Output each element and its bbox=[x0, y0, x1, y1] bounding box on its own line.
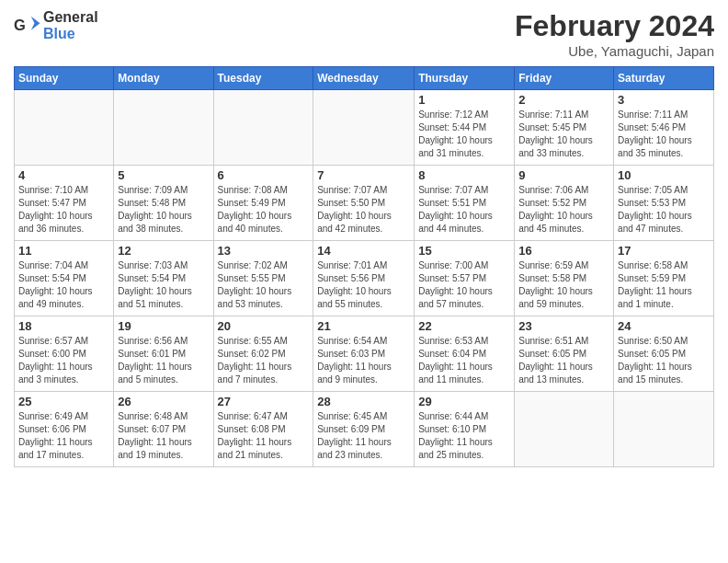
day-info: Sunrise: 7:11 AM Sunset: 5:46 PM Dayligh… bbox=[618, 109, 710, 160]
day-number: 15 bbox=[418, 244, 510, 258]
calendar-cell: 23Sunrise: 6:51 AM Sunset: 6:05 PM Dayli… bbox=[515, 316, 614, 392]
day-info: Sunrise: 7:12 AM Sunset: 5:44 PM Dayligh… bbox=[418, 109, 510, 160]
calendar-week-3: 18Sunrise: 6:57 AM Sunset: 6:00 PM Dayli… bbox=[15, 316, 714, 392]
day-info: Sunrise: 6:48 AM Sunset: 6:07 PM Dayligh… bbox=[118, 410, 209, 462]
logo: G General Blue bbox=[14, 9, 98, 41]
day-info: Sunrise: 7:04 AM Sunset: 5:54 PM Dayligh… bbox=[18, 259, 109, 311]
calendar-cell: 27Sunrise: 6:47 AM Sunset: 6:08 PM Dayli… bbox=[213, 392, 313, 467]
day-info: Sunrise: 7:03 AM Sunset: 5:54 PM Dayligh… bbox=[118, 259, 209, 311]
logo-general: General bbox=[43, 9, 98, 25]
day-info: Sunrise: 6:51 AM Sunset: 6:05 PM Dayligh… bbox=[518, 335, 609, 386]
calendar-cell: 9Sunrise: 7:06 AM Sunset: 5:52 PM Daylig… bbox=[515, 166, 614, 241]
day-info: Sunrise: 7:05 AM Sunset: 5:53 PM Dayligh… bbox=[618, 184, 710, 236]
day-number: 19 bbox=[118, 319, 209, 333]
calendar-cell: 26Sunrise: 6:48 AM Sunset: 6:07 PM Dayli… bbox=[114, 392, 213, 467]
calendar-cell: 3Sunrise: 7:11 AM Sunset: 5:46 PM Daylig… bbox=[614, 90, 714, 166]
day-number: 7 bbox=[317, 168, 410, 182]
day-number: 1 bbox=[418, 93, 510, 107]
calendar-cell: 18Sunrise: 6:57 AM Sunset: 6:00 PM Dayli… bbox=[15, 316, 114, 392]
day-info: Sunrise: 6:56 AM Sunset: 6:01 PM Dayligh… bbox=[118, 335, 209, 386]
calendar: Sunday Monday Tuesday Wednesday Thursday… bbox=[14, 66, 714, 467]
day-info: Sunrise: 6:47 AM Sunset: 6:08 PM Dayligh… bbox=[218, 410, 310, 462]
day-number: 8 bbox=[418, 168, 510, 182]
day-info: Sunrise: 7:10 AM Sunset: 5:47 PM Dayligh… bbox=[18, 184, 109, 236]
calendar-cell: 17Sunrise: 6:58 AM Sunset: 5:59 PM Dayli… bbox=[614, 241, 714, 316]
calendar-cell: 11Sunrise: 7:04 AM Sunset: 5:54 PM Dayli… bbox=[15, 241, 114, 316]
month-title: February 2024 bbox=[515, 9, 714, 43]
header: G General Blue February 2024 Ube, Yamagu… bbox=[14, 9, 714, 59]
location: Ube, Yamaguchi, Japan bbox=[515, 43, 714, 59]
day-number: 25 bbox=[18, 395, 109, 408]
calendar-cell: 21Sunrise: 6:54 AM Sunset: 6:03 PM Dayli… bbox=[313, 316, 415, 392]
page-container: G General Blue February 2024 Ube, Yamagu… bbox=[0, 0, 728, 477]
day-number: 14 bbox=[317, 244, 410, 258]
day-info: Sunrise: 7:09 AM Sunset: 5:48 PM Dayligh… bbox=[118, 184, 209, 236]
day-info: Sunrise: 6:45 AM Sunset: 6:09 PM Dayligh… bbox=[317, 410, 410, 462]
day-info: Sunrise: 6:49 AM Sunset: 6:06 PM Dayligh… bbox=[18, 410, 109, 462]
calendar-cell: 16Sunrise: 6:59 AM Sunset: 5:58 PM Dayli… bbox=[515, 241, 614, 316]
calendar-week-0: 1Sunrise: 7:12 AM Sunset: 5:44 PM Daylig… bbox=[15, 90, 714, 166]
calendar-cell bbox=[213, 90, 313, 166]
calendar-week-2: 11Sunrise: 7:04 AM Sunset: 5:54 PM Dayli… bbox=[15, 241, 714, 316]
calendar-cell: 15Sunrise: 7:00 AM Sunset: 5:57 PM Dayli… bbox=[415, 241, 515, 316]
calendar-cell: 28Sunrise: 6:45 AM Sunset: 6:09 PM Dayli… bbox=[313, 392, 415, 467]
calendar-cell bbox=[515, 392, 614, 467]
calendar-cell: 7Sunrise: 7:07 AM Sunset: 5:50 PM Daylig… bbox=[313, 166, 415, 241]
calendar-cell: 12Sunrise: 7:03 AM Sunset: 5:54 PM Dayli… bbox=[114, 241, 213, 316]
calendar-cell: 14Sunrise: 7:01 AM Sunset: 5:56 PM Dayli… bbox=[313, 241, 415, 316]
calendar-cell: 22Sunrise: 6:53 AM Sunset: 6:04 PM Dayli… bbox=[415, 316, 515, 392]
day-number: 6 bbox=[218, 168, 310, 182]
svg-marker-1 bbox=[31, 17, 40, 30]
day-number: 12 bbox=[118, 244, 209, 258]
header-monday: Monday bbox=[114, 67, 213, 90]
day-info: Sunrise: 6:55 AM Sunset: 6:02 PM Dayligh… bbox=[218, 335, 310, 386]
header-friday: Friday bbox=[515, 67, 614, 90]
calendar-cell: 24Sunrise: 6:50 AM Sunset: 6:05 PM Dayli… bbox=[614, 316, 714, 392]
calendar-week-4: 25Sunrise: 6:49 AM Sunset: 6:06 PM Dayli… bbox=[15, 392, 714, 467]
day-number: 28 bbox=[317, 395, 410, 408]
day-number: 4 bbox=[18, 168, 109, 182]
weekday-header-row: Sunday Monday Tuesday Wednesday Thursday… bbox=[15, 67, 714, 90]
calendar-cell: 10Sunrise: 7:05 AM Sunset: 5:53 PM Dayli… bbox=[614, 166, 714, 241]
logo-icon: G bbox=[14, 14, 41, 37]
day-info: Sunrise: 6:59 AM Sunset: 5:58 PM Dayligh… bbox=[518, 259, 609, 311]
day-info: Sunrise: 7:07 AM Sunset: 5:50 PM Dayligh… bbox=[317, 184, 410, 236]
day-number: 29 bbox=[418, 395, 510, 408]
calendar-cell bbox=[614, 392, 714, 467]
title-area: February 2024 Ube, Yamaguchi, Japan bbox=[515, 9, 714, 59]
day-info: Sunrise: 7:08 AM Sunset: 5:49 PM Dayligh… bbox=[218, 184, 310, 236]
day-info: Sunrise: 6:50 AM Sunset: 6:05 PM Dayligh… bbox=[618, 335, 710, 386]
svg-text:G: G bbox=[14, 17, 26, 33]
day-info: Sunrise: 7:02 AM Sunset: 5:55 PM Dayligh… bbox=[218, 259, 310, 311]
day-info: Sunrise: 6:58 AM Sunset: 5:59 PM Dayligh… bbox=[618, 259, 710, 311]
calendar-cell: 1Sunrise: 7:12 AM Sunset: 5:44 PM Daylig… bbox=[415, 90, 515, 166]
calendar-cell: 2Sunrise: 7:11 AM Sunset: 5:45 PM Daylig… bbox=[515, 90, 614, 166]
calendar-cell bbox=[114, 90, 213, 166]
day-number: 16 bbox=[518, 244, 609, 258]
day-info: Sunrise: 6:53 AM Sunset: 6:04 PM Dayligh… bbox=[418, 335, 510, 386]
calendar-cell bbox=[313, 90, 415, 166]
calendar-cell: 25Sunrise: 6:49 AM Sunset: 6:06 PM Dayli… bbox=[15, 392, 114, 467]
day-info: Sunrise: 7:11 AM Sunset: 5:45 PM Dayligh… bbox=[518, 109, 609, 160]
day-info: Sunrise: 7:01 AM Sunset: 5:56 PM Dayligh… bbox=[317, 259, 410, 311]
day-number: 24 bbox=[618, 319, 710, 333]
day-number: 3 bbox=[618, 93, 710, 107]
calendar-cell: 6Sunrise: 7:08 AM Sunset: 5:49 PM Daylig… bbox=[213, 166, 313, 241]
calendar-cell bbox=[15, 90, 114, 166]
day-info: Sunrise: 7:06 AM Sunset: 5:52 PM Dayligh… bbox=[518, 184, 609, 236]
day-info: Sunrise: 6:44 AM Sunset: 6:10 PM Dayligh… bbox=[418, 410, 510, 462]
day-number: 26 bbox=[118, 395, 209, 408]
day-info: Sunrise: 7:07 AM Sunset: 5:51 PM Dayligh… bbox=[418, 184, 510, 236]
day-number: 23 bbox=[518, 319, 609, 333]
day-number: 11 bbox=[18, 244, 109, 258]
calendar-cell: 5Sunrise: 7:09 AM Sunset: 5:48 PM Daylig… bbox=[114, 166, 213, 241]
calendar-cell: 4Sunrise: 7:10 AM Sunset: 5:47 PM Daylig… bbox=[15, 166, 114, 241]
day-number: 9 bbox=[518, 168, 609, 182]
calendar-cell: 20Sunrise: 6:55 AM Sunset: 6:02 PM Dayli… bbox=[213, 316, 313, 392]
calendar-cell: 29Sunrise: 6:44 AM Sunset: 6:10 PM Dayli… bbox=[415, 392, 515, 467]
day-number: 2 bbox=[518, 93, 609, 107]
day-number: 17 bbox=[618, 244, 710, 258]
header-saturday: Saturday bbox=[614, 67, 714, 90]
calendar-week-1: 4Sunrise: 7:10 AM Sunset: 5:47 PM Daylig… bbox=[15, 166, 714, 241]
header-wednesday: Wednesday bbox=[313, 67, 415, 90]
